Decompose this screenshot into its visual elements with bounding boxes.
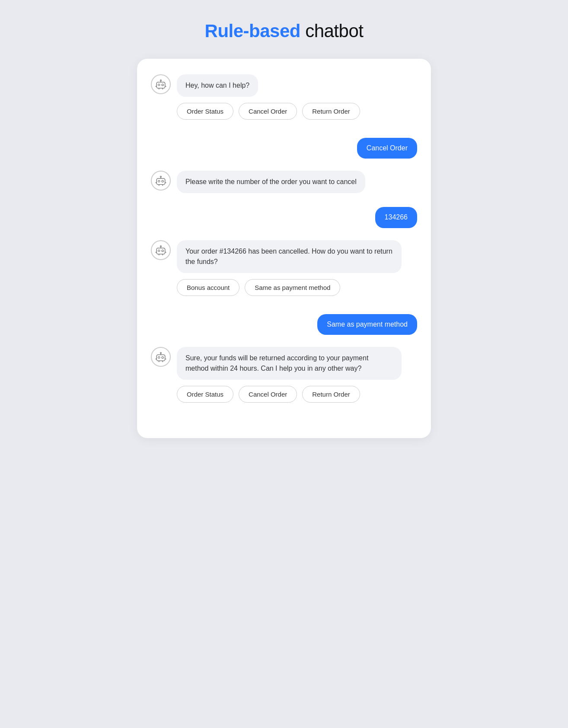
robot-icon-4 (155, 351, 167, 363)
option-bonus-account[interactable]: Bonus account (177, 279, 239, 296)
bot-message-3: Your order #134266 has been cancelled. H… (151, 240, 417, 306)
svg-point-22 (160, 245, 162, 247)
svg-rect-9 (156, 178, 165, 184)
options-row-3: Order Status Cancel Order Return Order (177, 386, 360, 403)
user-message-3: Same as payment method (151, 314, 417, 335)
robot-icon-3 (155, 244, 167, 256)
option-return-order-1[interactable]: Return Order (302, 103, 360, 120)
svg-rect-18 (156, 248, 165, 254)
bot-bubble-3: Your order #134266 has been cancelled. H… (177, 240, 402, 273)
svg-point-4 (160, 80, 162, 81)
options-row-1: Order Status Cancel Order Return Order (177, 103, 360, 120)
bot-message-1: Hey, how can I help? Order Status Cancel… (151, 74, 417, 130)
svg-point-31 (160, 353, 162, 354)
user-bubble-3: Same as payment method (317, 314, 417, 335)
svg-rect-0 (156, 82, 165, 88)
robot-icon (155, 78, 167, 90)
bot-message-4: Sure, your funds will be returned accord… (151, 347, 417, 413)
user-bubble-2: 134266 (375, 207, 417, 228)
svg-point-13 (160, 176, 162, 178)
svg-point-19 (158, 250, 160, 251)
chat-container: Hey, how can I help? Order Status Cancel… (137, 59, 431, 438)
bot-bubble-1: Hey, how can I help? (177, 74, 258, 97)
bot-message-2: Please write the number of the order you… (151, 171, 417, 199)
options-row-2: Bonus account Same as payment method (177, 279, 340, 296)
bot-avatar-1 (151, 74, 171, 94)
svg-point-28 (158, 356, 160, 358)
bot-bubble-4: Sure, your funds will be returned accord… (177, 347, 402, 380)
bot-header-3: Your order #134266 has been cancelled. H… (151, 240, 402, 273)
bot-header-2: Please write the number of the order you… (151, 171, 365, 193)
option-order-status-2[interactable]: Order Status (177, 386, 233, 403)
svg-rect-27 (156, 355, 165, 361)
svg-point-1 (158, 84, 160, 86)
svg-point-29 (162, 356, 163, 358)
bot-avatar-4 (151, 347, 171, 367)
bot-header-4: Sure, your funds will be returned accord… (151, 347, 402, 380)
user-message-1: Cancel Order (151, 138, 417, 159)
page-title: Rule-based chatbot (205, 21, 364, 41)
svg-point-10 (158, 181, 160, 182)
bot-bubble-2: Please write the number of the order you… (177, 171, 365, 193)
option-cancel-order-2[interactable]: Cancel Order (239, 386, 297, 403)
user-message-2: 134266 (151, 207, 417, 228)
svg-point-20 (162, 250, 163, 251)
bot-avatar-2 (151, 171, 171, 191)
robot-icon-2 (155, 175, 167, 187)
option-return-order-2[interactable]: Return Order (302, 386, 360, 403)
svg-point-2 (162, 84, 163, 86)
svg-point-11 (162, 181, 163, 182)
option-same-as-payment[interactable]: Same as payment method (245, 279, 340, 296)
bot-avatar-3 (151, 240, 171, 260)
option-cancel-order-1[interactable]: Cancel Order (239, 103, 297, 120)
bot-header-1: Hey, how can I help? (151, 74, 258, 97)
option-order-status-1[interactable]: Order Status (177, 103, 233, 120)
user-bubble-1: Cancel Order (357, 138, 417, 159)
